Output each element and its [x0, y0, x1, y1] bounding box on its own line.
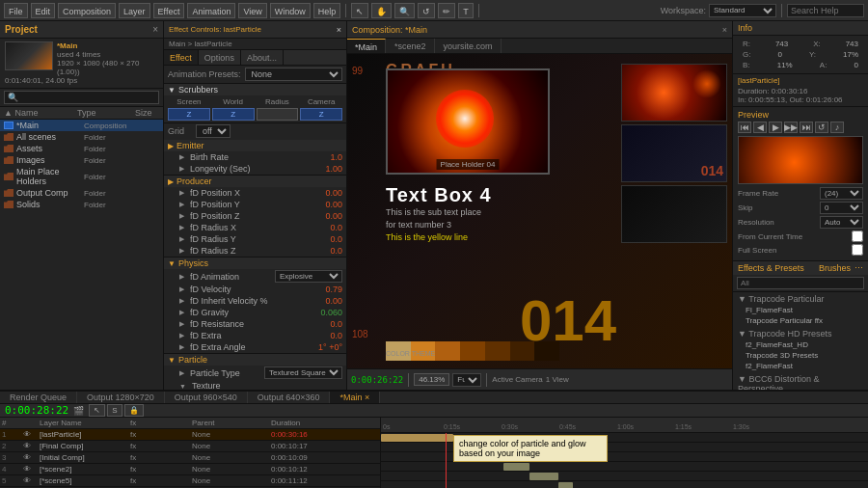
gravity-value[interactable]: 0.060 [309, 308, 342, 317]
scrubber-btn-z1[interactable]: Z [168, 108, 210, 121]
effect-tab-effect[interactable]: Effect [164, 50, 199, 65]
search-input[interactable] [787, 4, 864, 17]
skip-select[interactable]: 0 [820, 202, 863, 214]
tl-btn-select[interactable]: ↖ [89, 404, 105, 417]
ep-item-trapcode-ffx[interactable]: Trapcode Particular ffx [738, 315, 863, 326]
tl-tab-output-md[interactable]: Output 960×540 [165, 392, 248, 403]
app-menu-view[interactable]: View [238, 3, 266, 18]
posy-value[interactable]: 0.00 [309, 200, 342, 209]
app-menu-window[interactable]: Window [270, 3, 311, 18]
full-screen-checkbox[interactable] [852, 244, 863, 256]
emitter-header[interactable]: ▶Emitter [164, 140, 346, 151]
trapcode-hd-title[interactable]: ▼ Trapcode HD Presets [738, 328, 863, 339]
prev-play-btn[interactable]: ▶ [769, 122, 782, 133]
tl-btn-lock[interactable]: 🔒 [124, 404, 144, 417]
radiusz-value[interactable]: 0.0 [309, 246, 342, 256]
bcc6-title[interactable]: ▼ BCC6 Distortion & Perspective [738, 373, 863, 390]
comp-panel-close[interactable]: × [722, 25, 727, 35]
project-item-placeholders[interactable]: Main Place Holders Folder [0, 166, 163, 187]
physics-header[interactable]: ▼Physics [164, 258, 346, 269]
resolution-select-preview[interactable]: Auto [820, 216, 863, 229]
ep-item-flamefast-hd[interactable]: f2_FlameFast_HD [738, 339, 863, 350]
app-menu-file[interactable]: File [4, 3, 28, 18]
project-item-assets[interactable]: Assets Folder [0, 143, 163, 154]
layer-2-eye[interactable]: 👁 [23, 442, 38, 450]
trapcode-particular-title[interactable]: ▼ Trapcode Particular [738, 293, 863, 305]
extra-angle-value[interactable]: 1° +0° [309, 342, 342, 352]
tl-tab-main[interactable]: *Main × [330, 392, 380, 403]
tl-tab-render-queue[interactable]: Render Queue [0, 392, 77, 403]
animation-presets-select[interactable]: None [245, 68, 342, 81]
tl-tab-output-hd[interactable]: Output 1280×720 [77, 392, 165, 403]
more-tab[interactable]: ⋯ [854, 263, 863, 273]
tl-layer-3[interactable]: 3 👁 [Initial Comp] fx None 0:00:10:09 [0, 452, 380, 464]
prev-loop-btn[interactable]: ↺ [815, 122, 828, 133]
prev-to-start-btn[interactable]: ⏮ [738, 122, 751, 133]
scrubbers-header[interactable]: ▼ Scrubbers [164, 84, 346, 95]
project-item-outputcomp[interactable]: Output Comp Folder [0, 187, 163, 199]
layer-5-eye[interactable]: 👁 [23, 476, 38, 485]
effect-tab-about[interactable]: About... [241, 50, 284, 65]
layer-1-fx[interactable]: fx [130, 430, 159, 439]
project-item-images[interactable]: Images Folder [0, 154, 163, 166]
effects-search-input[interactable] [737, 277, 864, 289]
project-item-main[interactable]: *Main Composition [0, 120, 163, 131]
tl-layer-4[interactable]: 4 👁 [*scene2] fx None 0:00:10:12 [0, 464, 380, 475]
timeline-playhead[interactable] [446, 433, 447, 488]
effect-panel-close[interactable]: × [337, 25, 341, 35]
app-menu-effect[interactable]: Effect [153, 3, 185, 18]
comp-tab-scene2[interactable]: *scene2 [387, 39, 435, 53]
ep-item-flamefastl[interactable]: Fl_FlameFast [738, 305, 863, 315]
birth-rate-value[interactable]: 1.0 [309, 152, 342, 162]
extra-value[interactable]: 0.0 [309, 331, 342, 340]
tool-pen[interactable]: ✏ [438, 3, 455, 18]
tl-layer-1[interactable]: 1 👁 [lastParticle] fx None 0:00:30:16 [0, 429, 380, 441]
tool-select[interactable]: ↖ [351, 3, 368, 18]
animation-dropdown[interactable]: Explosive [275, 270, 342, 283]
layer-2-fx[interactable]: fx [130, 442, 159, 450]
project-item-solids[interactable]: Solids Folder [0, 199, 163, 210]
effect-tab-options[interactable]: Options [199, 50, 241, 65]
app-menu-layer[interactable]: Layer [119, 3, 150, 18]
tl-tab-output-sd[interactable]: Output 640×360 [248, 392, 331, 403]
layer-5-fx[interactable]: fx [130, 476, 159, 485]
comp-tab-yoursite[interactable]: yoursite.com [436, 39, 502, 53]
project-item-allscenes[interactable]: All scenes Folder [0, 131, 163, 143]
producer-header[interactable]: ▶Producer [164, 176, 346, 187]
app-menu-composition[interactable]: Composition [58, 3, 116, 18]
tool-text[interactable]: T [458, 3, 474, 18]
scrubber-btn-z3[interactable]: Z [300, 108, 342, 121]
scrubber-btn-z2[interactable]: Z [212, 108, 255, 121]
tl-layer-5[interactable]: 5 👁 [*scene5] fx None 0:00:11:12 [0, 475, 380, 487]
posx-value[interactable]: 0.00 [309, 188, 342, 198]
workspace-select[interactable]: Standard [709, 4, 776, 17]
app-menu-help[interactable]: Help [313, 3, 341, 18]
layer-1-eye[interactable]: 👁 [23, 430, 38, 439]
layer-4-fx[interactable]: fx [130, 465, 159, 474]
prev-audio-btn[interactable]: ♪ [830, 122, 844, 133]
posz-value[interactable]: 0.00 [309, 211, 342, 221]
resistance-value[interactable]: 0.0 [309, 319, 342, 329]
app-menu-animation[interactable]: Animation [187, 3, 235, 18]
scrubber-btn-empty[interactable] [257, 108, 299, 121]
velocity-value[interactable]: 0.79 [309, 285, 342, 294]
particle-header[interactable]: ▼Particle [164, 354, 346, 366]
grid-select[interactable]: off [196, 124, 231, 138]
brushes-tab[interactable]: Brushes [819, 263, 851, 273]
frame-rate-select[interactable]: (24) [820, 187, 863, 200]
project-search-input[interactable] [4, 91, 159, 104]
project-panel-close[interactable]: × [152, 24, 158, 35]
particle-type-dropdown[interactable]: Textured Square [264, 366, 342, 379]
tool-rotate[interactable]: ↺ [418, 3, 435, 18]
ep-item-flamefast2[interactable]: f2_FlameFast [738, 361, 863, 371]
prev-to-end-btn[interactable]: ⏭ [800, 122, 813, 133]
app-menu-edit[interactable]: Edit [31, 3, 56, 18]
layer-3-fx[interactable]: fx [130, 453, 159, 462]
zoom-to-fit-btn[interactable]: 46.13% [414, 373, 449, 386]
tl-btn-solo[interactable]: S [107, 404, 122, 417]
ep-item-trapcode-3d[interactable]: Trapcode 3D Presets [738, 350, 863, 361]
tool-zoom[interactable]: 🔍 [394, 3, 415, 18]
tl-layer-2[interactable]: 2 👁 [Final Comp] fx None 0:00:10:17 [0, 441, 380, 452]
radiusy-value[interactable]: 0.0 [309, 234, 342, 244]
layer-4-eye[interactable]: 👁 [23, 465, 38, 474]
